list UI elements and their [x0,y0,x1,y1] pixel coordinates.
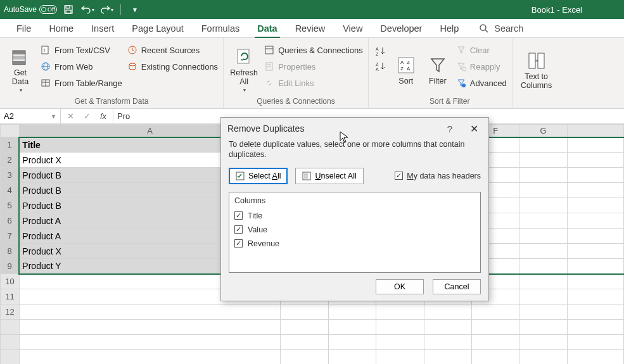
row-header[interactable] [1,320,20,335]
svg-text:Z: Z [400,66,404,72]
cancel-button[interactable]: Cancel [433,279,481,294]
sort-desc-icon: ZA [375,61,386,72]
svg-text:A: A [376,67,379,72]
clear-filter-button: Clear [456,43,507,57]
from-text-csv-button[interactable]: TFrom Text/CSV [41,43,122,57]
help-button[interactable]: ? [447,123,452,134]
dialog-title: Remove Duplicates [227,123,304,134]
from-web-button[interactable]: From Web [41,60,122,73]
row-header[interactable]: 12 [1,304,20,320]
queries-connections-button[interactable]: Queries & Connections [264,43,363,57]
get-data-icon [10,47,30,67]
svg-point-34 [462,84,466,87]
redo-button[interactable]: ▾ [99,2,114,17]
ok-button[interactable]: OK [376,279,424,294]
svg-rect-20 [265,46,273,54]
col-header[interactable]: G [519,125,567,137]
undo-button[interactable]: ▾ [80,2,95,17]
column-item[interactable]: ✓Title [234,209,475,223]
tab-formulas[interactable]: Formulas [193,19,248,38]
svg-rect-5 [13,51,25,54]
refresh-all-button[interactable]: Refresh All ▾ [229,41,259,97]
tab-file[interactable]: File [8,19,40,38]
tab-developer[interactable]: Developer [371,19,431,38]
tab-home[interactable]: Home [40,19,82,38]
row-header[interactable]: 11 [1,289,20,304]
row-header[interactable]: 6 [1,213,20,229]
select-all-cell[interactable] [1,125,20,137]
tab-insert[interactable]: Insert [82,19,123,38]
column-item[interactable]: ✓Value [234,223,475,237]
row-header[interactable]: 9 [1,259,20,274]
chevron-down-icon[interactable]: ▼ [51,113,56,120]
connections-icon [127,61,137,72]
svg-point-3 [480,25,486,30]
from-text-icon: T [41,45,51,55]
tab-page-layout[interactable]: Page Layout [123,19,192,38]
document-title: Book1 - Excel [143,5,620,15]
col-header[interactable] [567,125,623,137]
close-icon[interactable]: ✕ [466,122,482,136]
switch-icon: Off [39,5,57,14]
tab-review[interactable]: Review [286,19,334,38]
svg-text:A: A [376,47,379,51]
row-header[interactable]: 5 [1,198,20,213]
row-header[interactable]: 4 [1,183,20,198]
advanced-filter-button[interactable]: Advanced [456,76,507,90]
cell[interactable] [19,304,281,320]
fx-icon[interactable]: fx [95,111,111,121]
tab-view[interactable]: View [334,19,371,38]
from-table-range-button[interactable]: From Table/Range [41,76,122,90]
row-header[interactable]: 2 [1,153,20,168]
row-header[interactable] [1,350,20,365]
row-header[interactable]: 7 [1,229,20,244]
get-data-button[interactable]: Get Data ▾ [5,41,35,97]
autosave-label: AutoSave [4,5,37,14]
text-to-columns-button[interactable]: Text to Columns [518,41,556,97]
enter-formula-icon: ✓ [79,111,95,121]
svg-text:Z: Z [407,60,410,65]
ribbon-tabs: File Home Insert Page Layout Formulas Da… [0,19,624,38]
advanced-icon [456,78,466,88]
text-to-columns-icon [526,51,547,71]
dialog-description: To delete duplicate values, select one o… [229,139,481,160]
tab-help[interactable]: Help [431,19,468,38]
svg-text:Z: Z [376,62,379,66]
svg-line-4 [485,30,488,32]
sort-button[interactable]: AZZA Sort [393,41,419,97]
row-header[interactable]: 1 [1,137,20,153]
group-label-sort-filter: Sort & Filter [374,97,507,108]
svg-text:Z: Z [376,52,379,56]
globe-icon [41,61,51,72]
row-header[interactable]: 8 [1,244,20,259]
select-all-icon [236,172,245,180]
save-icon[interactable] [61,2,76,17]
column-item[interactable]: ✓Revenue [234,237,475,251]
svg-rect-1 [66,6,70,8]
headers-checkbox[interactable]: ✓ My data has headers [395,172,481,180]
reapply-button: Reapply [456,60,507,73]
existing-connections-button[interactable]: Existing Connections [127,60,218,73]
group-label-queries: Queries & Connections [229,97,363,108]
sort-desc-button[interactable]: ZA [374,60,388,73]
search-icon [479,23,489,34]
sort-asc-icon: AZ [375,46,386,57]
checkbox-icon: ✓ [234,239,243,248]
tab-data[interactable]: Data [248,19,286,38]
row-header[interactable]: 3 [1,168,20,183]
recent-sources-button[interactable]: Recent Sources [127,43,218,57]
name-box[interactable]: A2 ▼ [0,109,61,123]
columns-listbox[interactable]: Columns ✓Title ✓Value ✓Revenue [229,192,481,273]
svg-rect-36 [538,53,544,68]
sort-icon: AZZA [396,55,416,75]
unselect-all-button[interactable]: Unselect All [295,168,363,184]
row-header[interactable] [1,335,20,350]
sort-asc-button[interactable]: AZ [374,44,388,58]
autosave-toggle[interactable]: AutoSave Off [4,5,57,14]
cancel-formula-icon: ✕ [62,111,79,121]
select-all-button[interactable]: Select All [229,168,288,184]
search-box[interactable]: Search [479,23,523,34]
filter-button[interactable]: Filter [424,41,451,97]
qat-customize-icon[interactable]: ▼ [127,2,143,17]
row-header[interactable]: 10 [1,274,20,289]
